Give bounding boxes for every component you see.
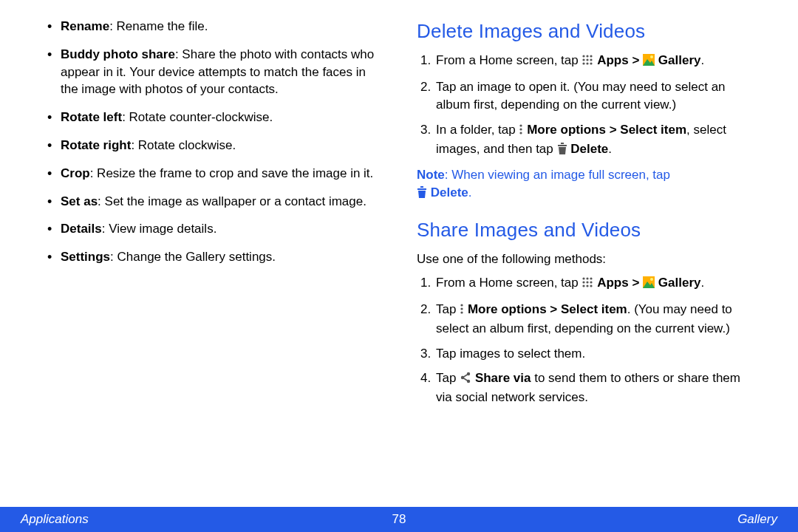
more-options-icon — [460, 302, 464, 320]
gallery-icon — [643, 53, 655, 71]
list-item: Buddy photo share: Share the photo with … — [44, 46, 381, 98]
svg-point-8 — [590, 63, 593, 65]
list-item: Tap images to select them. — [434, 345, 754, 363]
step-text: . — [608, 142, 612, 156]
note-label: Note — [417, 168, 445, 182]
step-text: Tap — [436, 302, 460, 316]
left-column: Rename: Rename the file. Buddy photo sha… — [44, 18, 381, 502]
apps-label: Apps > — [597, 276, 643, 290]
step-text: From a Home screen, tap — [436, 276, 582, 290]
svg-point-31 — [461, 304, 463, 306]
item-label: Rotate left — [61, 110, 122, 124]
gallery-label: Gallery — [658, 53, 701, 67]
list-item: Settings: Change the Gallery settings. — [44, 248, 381, 266]
svg-point-23 — [587, 282, 589, 284]
list-item: From a Home screen, tap Apps > Gallery. — [434, 52, 754, 71]
item-desc: : Change the Gallery settings. — [110, 250, 276, 264]
list-item: Rotate left: Rotate counter-clockwise. — [44, 109, 381, 126]
svg-point-33 — [461, 311, 463, 313]
page-footer: Applications 78 Gallery — [0, 507, 798, 532]
footer-right: Gallery — [737, 511, 777, 528]
svg-point-26 — [587, 285, 589, 287]
more-options-label: More options > Select item — [527, 123, 686, 137]
svg-point-22 — [583, 282, 585, 284]
svg-line-38 — [463, 378, 468, 381]
item-desc: : Rename the file. — [109, 19, 208, 33]
right-column: Delete Images and Videos From a Home scr… — [417, 18, 754, 502]
svg-point-32 — [461, 307, 463, 310]
list-item: Tap an image to open it. (You may need t… — [434, 78, 754, 114]
list-item: In a folder, tap More options > Select i… — [434, 121, 754, 160]
trash-icon — [557, 142, 567, 160]
share-intro: Use one of the following methods: — [417, 250, 754, 268]
step-text: In a folder, tap — [436, 123, 519, 137]
item-label: Rotate right — [61, 138, 131, 152]
svg-rect-17 — [417, 188, 426, 190]
item-desc: : View image details. — [102, 222, 217, 236]
share-via-label: Share via — [475, 371, 531, 385]
svg-point-24 — [590, 282, 593, 284]
more-options-icon — [519, 123, 523, 140]
apps-label: Apps > — [597, 53, 643, 67]
step-text: . — [700, 53, 704, 67]
svg-point-2 — [590, 55, 593, 58]
item-desc: : Resize the frame to crop and save the … — [90, 166, 374, 180]
svg-point-6 — [583, 63, 585, 65]
svg-rect-16 — [561, 143, 564, 144]
apps-icon — [582, 276, 593, 293]
note-text: : When viewing an image full screen, tap — [445, 168, 670, 182]
apps-icon — [582, 53, 593, 71]
trash-icon — [417, 185, 427, 203]
svg-point-21 — [590, 278, 593, 280]
list-item: Tap More options > Select item. (You may… — [434, 301, 754, 338]
item-label: Crop — [61, 166, 90, 180]
item-desc: : Rotate counter-clockwise. — [122, 110, 273, 124]
svg-point-0 — [583, 55, 585, 58]
item-label: Settings — [61, 250, 110, 264]
svg-point-5 — [590, 59, 593, 61]
delete-label: Delete — [431, 185, 468, 200]
svg-point-11 — [650, 55, 653, 58]
note-text: . — [468, 185, 472, 200]
svg-point-13 — [520, 128, 522, 130]
more-options-label: More options > Select item — [468, 302, 627, 316]
svg-point-27 — [590, 285, 593, 287]
svg-point-3 — [583, 59, 585, 61]
svg-rect-18 — [420, 186, 423, 188]
share-heading: Share Images and Videos — [417, 216, 754, 243]
svg-line-37 — [463, 374, 468, 378]
item-desc: : Rotate clockwise. — [131, 138, 236, 152]
delete-note: Note: When viewing an image full screen,… — [417, 166, 754, 203]
svg-point-7 — [587, 63, 589, 65]
list-item: Crop: Resize the frame to crop and save … — [44, 165, 381, 183]
step-text: Tap — [436, 371, 460, 385]
item-label: Details — [61, 222, 102, 236]
delete-heading: Delete Images and Videos — [417, 18, 754, 44]
feature-list: Rename: Rename the file. Buddy photo sha… — [44, 18, 381, 266]
item-label: Set as — [61, 194, 98, 208]
item-label: Buddy photo share — [61, 47, 175, 61]
svg-point-4 — [587, 59, 589, 61]
svg-point-20 — [587, 278, 589, 280]
svg-point-19 — [583, 278, 585, 280]
svg-point-12 — [520, 124, 522, 126]
footer-page-number: 78 — [392, 511, 406, 528]
item-desc: : Set the image as wallpaper or a contac… — [98, 194, 366, 208]
share-icon — [460, 371, 471, 389]
list-item: Set as: Set the image as wallpaper or a … — [44, 193, 381, 211]
svg-point-1 — [587, 55, 589, 58]
gallery-icon — [643, 276, 655, 293]
item-label: Rename — [61, 19, 109, 33]
list-item: Tap Share via to send them to others or … — [434, 369, 754, 406]
svg-point-25 — [583, 285, 585, 287]
page-body: Rename: Rename the file. Buddy photo sha… — [0, 0, 798, 502]
delete-steps: From a Home screen, tap Apps > Gallery. … — [417, 52, 754, 159]
list-item: From a Home screen, tap Apps > Gallery. — [434, 274, 754, 293]
list-item: Rotate right: Rotate clockwise. — [44, 137, 381, 154]
delete-label: Delete — [570, 142, 608, 156]
step-text: From a Home screen, tap — [436, 53, 582, 67]
footer-left: Applications — [21, 511, 89, 528]
step-text: . — [700, 276, 704, 290]
list-item: Rename: Rename the file. — [44, 18, 381, 35]
svg-point-14 — [520, 132, 522, 134]
